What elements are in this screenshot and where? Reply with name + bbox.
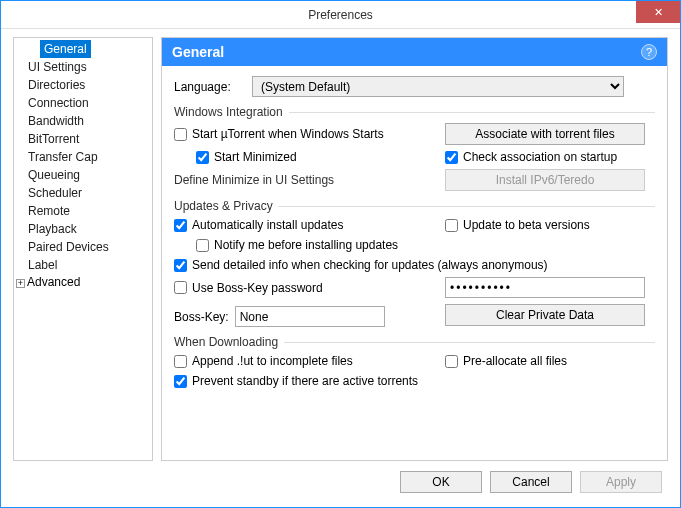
sidebar-item-queueing[interactable]: Queueing — [14, 166, 152, 184]
footer: OK Cancel Apply — [1, 461, 680, 503]
check-send-detailed-info[interactable]: Send detailed info when checking for upd… — [174, 257, 655, 273]
check-boss-key-password[interactable]: Use Boss-Key password — [174, 280, 433, 296]
check-prevent-standby[interactable]: Prevent standby if there are active torr… — [174, 373, 655, 389]
sidebar-item-bittorrent[interactable]: BitTorrent — [14, 130, 152, 148]
check-auto-install-updates[interactable]: Automatically install updates — [174, 217, 433, 233]
group-windows-integration: Windows Integration Start µTorrent when … — [174, 105, 655, 191]
sidebar-item-bandwidth[interactable]: Bandwidth — [14, 112, 152, 130]
main-header: General ? — [162, 38, 667, 66]
boss-key-field[interactable] — [235, 306, 385, 327]
check-append-ut[interactable]: Append .!ut to incomplete files — [174, 353, 433, 369]
sidebar-item-directories[interactable]: Directories — [14, 76, 152, 94]
sidebar-item-label[interactable]: Label — [14, 256, 152, 274]
close-icon: ✕ — [654, 6, 663, 19]
titlebar: Preferences ✕ — [1, 1, 680, 29]
apply-button: Apply — [580, 471, 662, 493]
legend-updates-privacy: Updates & Privacy — [174, 199, 279, 213]
sidebar-item-transfer-cap[interactable]: Transfer Cap — [14, 148, 152, 166]
sidebar-item-ui-settings[interactable]: UI Settings — [14, 58, 152, 76]
sidebar-item-advanced[interactable]: +Advanced — [14, 274, 152, 290]
boss-key-password-field[interactable] — [445, 277, 645, 298]
main-panel: General ? Language: (System Default) Win… — [161, 37, 668, 461]
associate-torrent-button[interactable]: Associate with torrent files — [445, 123, 645, 145]
help-icon[interactable]: ? — [641, 44, 657, 60]
sidebar-item-remote[interactable]: Remote — [14, 202, 152, 220]
legend-windows-integration: Windows Integration — [174, 105, 289, 119]
cancel-button[interactable]: Cancel — [490, 471, 572, 493]
expand-icon[interactable]: + — [16, 279, 25, 288]
check-notify-before-install[interactable]: Notify me before installing updates — [196, 237, 655, 253]
define-minimize-text: Define Minimize in UI Settings — [174, 171, 433, 189]
sidebar-item-connection[interactable]: Connection — [14, 94, 152, 112]
sidebar-item-paired-devices[interactable]: Paired Devices — [14, 238, 152, 256]
sidebar-item-general[interactable]: General — [40, 40, 91, 58]
sidebar-item-scheduler[interactable]: Scheduler — [14, 184, 152, 202]
clear-private-data-button[interactable]: Clear Private Data — [445, 304, 645, 326]
language-label: Language: — [174, 80, 244, 94]
close-button[interactable]: ✕ — [636, 1, 680, 23]
sidebar-item-playback[interactable]: Playback — [14, 220, 152, 238]
check-association-startup[interactable]: Check association on startup — [445, 149, 655, 165]
window-title: Preferences — [308, 8, 373, 22]
page-title: General — [172, 44, 224, 60]
group-when-downloading: When Downloading Append .!ut to incomple… — [174, 335, 655, 389]
check-pre-allocate[interactable]: Pre-allocate all files — [445, 353, 655, 369]
ok-button[interactable]: OK — [400, 471, 482, 493]
check-update-beta[interactable]: Update to beta versions — [445, 217, 655, 233]
check-start-minimized[interactable]: Start Minimized — [196, 149, 433, 165]
boss-key-label: Boss-Key: — [174, 310, 229, 324]
check-start-with-windows[interactable]: Start µTorrent when Windows Starts — [174, 126, 433, 142]
language-select[interactable]: (System Default) — [252, 76, 624, 97]
sidebar: General UI Settings Directories Connecti… — [13, 37, 153, 461]
legend-when-downloading: When Downloading — [174, 335, 284, 349]
install-ipv6-button: Install IPv6/Teredo — [445, 169, 645, 191]
group-updates-privacy: Updates & Privacy Automatically install … — [174, 199, 655, 327]
